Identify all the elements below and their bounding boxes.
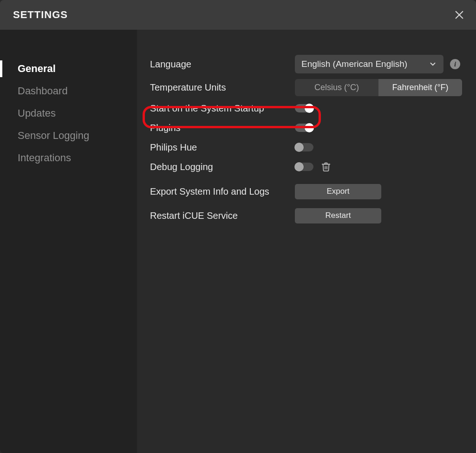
restart-label: Restart iCUE Service	[150, 210, 295, 221]
content-panel: Language English (American English) i Te…	[138, 30, 476, 453]
language-label: Language	[150, 59, 295, 70]
temperature-option-celsius[interactable]: Celsius (°C)	[295, 79, 378, 96]
chevron-down-icon	[429, 60, 437, 68]
body: General Dashboard Updates Sensor Logging…	[0, 30, 476, 453]
row-plugins: Plugins	[150, 119, 462, 137]
sidebar-item-label: Dashboard	[18, 85, 68, 97]
settings-window: SETTINGS General Dashboard Updates Senso…	[0, 0, 476, 453]
sidebar-item-updates[interactable]: Updates	[0, 102, 137, 125]
startup-label: Start on the System Startup	[150, 103, 295, 114]
row-debug-logging: Debug Logging	[150, 158, 462, 176]
close-button[interactable]	[454, 9, 465, 20]
startup-toggle[interactable]	[295, 104, 313, 112]
sidebar-item-label: Integrations	[18, 152, 71, 164]
restart-button[interactable]: Restart	[295, 208, 381, 223]
window-title: SETTINGS	[13, 9, 68, 21]
sidebar-item-label: General	[18, 63, 56, 75]
temperature-segmented: Celsius (°C) Fahrenheit (°F)	[295, 79, 462, 96]
row-restart: Restart iCUE Service Restart	[150, 204, 462, 227]
sidebar-item-label: Sensor Logging	[18, 130, 89, 142]
row-startup: Start on the System Startup	[150, 99, 462, 117]
sidebar-item-dashboard[interactable]: Dashboard	[0, 80, 137, 102]
sidebar-item-label: Updates	[18, 107, 56, 119]
titlebar: SETTINGS	[0, 0, 476, 30]
debug-logging-toggle[interactable]	[295, 163, 313, 171]
language-selected-value: English (American English)	[301, 59, 407, 69]
philips-hue-toggle[interactable]	[295, 143, 313, 151]
toggle-knob	[294, 162, 304, 171]
sidebar-item-general[interactable]: General	[0, 58, 137, 80]
sidebar: General Dashboard Updates Sensor Logging…	[0, 30, 138, 453]
toggle-knob	[305, 123, 314, 132]
trash-icon	[321, 162, 331, 172]
export-button[interactable]: Export	[295, 184, 381, 199]
row-export: Export System Info and Logs Export	[150, 180, 462, 203]
row-language: Language English (American English) i	[150, 53, 462, 75]
info-icon[interactable]: i	[450, 59, 460, 69]
language-select[interactable]: English (American English)	[295, 55, 443, 73]
sidebar-item-integrations[interactable]: Integrations	[0, 147, 137, 169]
temperature-label: Temperature Units	[150, 82, 295, 93]
plugins-label: Plugins	[150, 123, 295, 133]
row-temperature: Temperature Units Celsius (°C) Fahrenhei…	[150, 77, 462, 98]
export-label: Export System Info and Logs	[150, 186, 295, 197]
debug-logging-label: Debug Logging	[150, 162, 295, 172]
temperature-option-fahrenheit[interactable]: Fahrenheit (°F)	[378, 79, 462, 96]
plugins-toggle[interactable]	[295, 124, 313, 132]
toggle-knob	[294, 143, 304, 152]
philips-hue-label: Philips Hue	[150, 142, 295, 153]
close-icon	[454, 10, 464, 20]
row-philips-hue: Philips Hue	[150, 138, 462, 156]
sidebar-item-sensor-logging[interactable]: Sensor Logging	[0, 125, 137, 147]
toggle-knob	[305, 104, 314, 113]
clear-log-button[interactable]	[321, 162, 331, 172]
